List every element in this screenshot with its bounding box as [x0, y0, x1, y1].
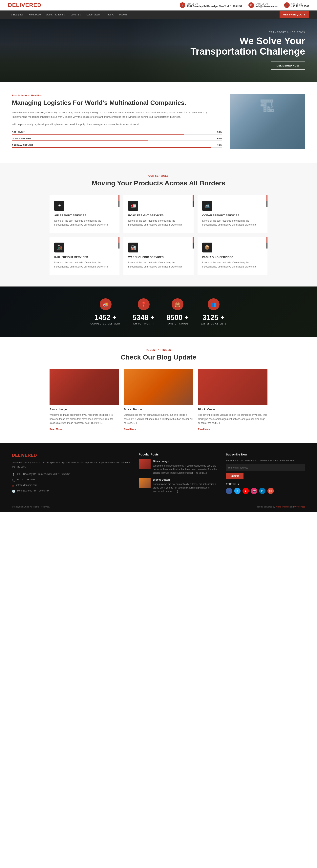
packaging-icon: 📦 [202, 243, 212, 252]
service-road-freight: 🚛 ROAD FREIGHT SERVICES Its one of the b… [123, 195, 193, 233]
popular-post-1-title: Block: Image [153, 459, 218, 463]
stat-deliveries: 🚚 1452 + COMPLETED DELIVERY [90, 298, 121, 325]
twitter-icon[interactable]: t [234, 488, 240, 494]
contact-phone-label: Call Us On [291, 3, 309, 5]
footer-contact-email: ✉ info@sitename.com [12, 484, 131, 487]
nav-page-a[interactable]: Page A [103, 10, 116, 19]
rail-freight-desc: Its one of the best methods of combining… [54, 260, 115, 269]
footer-subscribe-title: Subscribe Now [226, 453, 305, 456]
ocean-freight-name: OCEAN FREIGHT SERVICES [202, 214, 263, 217]
top-bar: DELIVERED 📍 Visit Us On 2307 Beverley Rd… [0, 0, 317, 10]
hero-title: We Solve Your Transportation Challenge [191, 36, 305, 57]
progress-railway-track [12, 147, 222, 148]
blog-post-2-read-more[interactable]: Read More [124, 428, 136, 431]
blog-section: RECENT ARTICLES Check Our Blog Update Bl… [0, 337, 317, 443]
about-image: 🏗 [230, 94, 305, 149]
footer-theme-link[interactable]: Alexa Themes [276, 505, 289, 508]
ocean-freight-icon: 🚢 [202, 201, 212, 211]
nav-lorem[interactable]: Lorem Ipsum [84, 10, 103, 19]
social-icons: f t ▶ 📷 in g+ [226, 488, 305, 494]
progress-bars: AIR FREIGHT 82% OCEAN FREIGHT 65% RAIL [12, 131, 222, 148]
blog-post-2-image [124, 369, 193, 405]
popular-post-2: Block: Button Button blocks are not sema… [139, 478, 218, 493]
location-icon: 📍 [180, 2, 185, 8]
nav-links: a Blog page Front Page About The Tests ↓… [8, 10, 130, 19]
progress-ocean-track [12, 141, 222, 141]
facebook-icon[interactable]: f [226, 488, 232, 494]
road-freight-desc: Its one of the best methods of combining… [128, 219, 189, 227]
youtube-icon[interactable]: ▶ [242, 488, 249, 494]
contact-location-label: Visit Us On [187, 3, 242, 5]
nav-blog[interactable]: a Blog page [8, 10, 26, 19]
about-desc-2: Will help you analyze, develop and imple… [12, 122, 222, 127]
hero-title-line2: Transportation Challenge [191, 46, 305, 57]
about-img-placeholder: 🏗 [230, 94, 305, 149]
nav-level[interactable]: Level: 1 ↓ [68, 10, 84, 19]
linkedin-icon[interactable]: in [259, 488, 265, 494]
nav-about[interactable]: About The Tests ↓ [44, 10, 68, 19]
contact-phone: 📞 Call Us On +00 12 123 4567 [284, 2, 309, 8]
site-logo[interactable]: DELIVERED [8, 2, 41, 8]
follow-label: Follow Us [226, 483, 305, 486]
about-section: Real Solutions, Real Fast! Managing Logi… [0, 82, 317, 163]
popular-post-2-title: Block: Button [153, 478, 218, 482]
services-title: Moving Your Products Across All Borders [8, 179, 309, 187]
stat-km-number: 5348 + [133, 313, 154, 322]
email-icon: ✉ [249, 2, 254, 8]
footer-contact-phone: 📞 +00 12 123 4567 [12, 478, 131, 482]
progress-air-label: AIR FREIGHT 82% [12, 131, 222, 133]
footer-address: 2307 Beverley Rd Brooklyn, New York 1122… [17, 473, 70, 475]
get-quote-button[interactable]: GET FREE QUOTE [280, 11, 309, 18]
hero-cta-button[interactable]: DELIVERED NOW [271, 62, 305, 70]
blog-post-1-image [50, 369, 119, 405]
rail-freight-icon: 🚂 [54, 243, 64, 252]
clients-icon: 👥 [208, 298, 220, 310]
popular-post-2-desc: Button blocks are not semantically butto… [153, 483, 218, 493]
subscribe-button[interactable]: Submit [226, 473, 243, 479]
top-contacts: 📍 Visit Us On 2307 Beverley Rd Brooklyn,… [180, 2, 309, 8]
googleplus-icon[interactable]: g+ [267, 488, 274, 494]
hero-title-line1: We Solve Your [239, 36, 305, 46]
progress-ocean-fill [12, 141, 148, 141]
stat-goods-number: 8500 + [167, 313, 189, 322]
blog-post-1-desc: Welcome to image alignment! If you recog… [50, 413, 119, 425]
subscribe-email-input[interactable] [226, 464, 305, 471]
blog-post-1-read-more[interactable]: Read More [50, 428, 62, 431]
hero-section: TRANSPORT & LOGISTICS We Solve Your Tran… [0, 19, 317, 82]
stat-goods-label: TONS OF GOODS [167, 322, 189, 325]
footer-location-icon: 📍 [12, 473, 15, 476]
footer-email-icon: ✉ [12, 484, 14, 487]
footer-cms-link[interactable]: WordPress [294, 505, 305, 508]
service-air-freight: ✈ AIR FREIGHT SERVICES Its one of the be… [50, 195, 119, 233]
blog-post-1: Block: Image Welcome to image alignment!… [50, 369, 119, 431]
blog-title: Check Our Blog Update [8, 353, 309, 361]
nav-front[interactable]: Front Page [26, 10, 44, 19]
delivery-icon: 🚚 [100, 298, 112, 310]
blog-tag: RECENT ARTICLES [8, 349, 309, 351]
stat-deliveries-label: COMPLETED DELIVERY [90, 322, 121, 325]
progress-air: AIR FREIGHT 82% [12, 131, 222, 134]
footer-phone-icon: 📞 [12, 478, 15, 482]
km-icon: 📍 [138, 298, 150, 310]
blog-post-2-title: Block: Button [124, 408, 193, 411]
blog-post-3-title: Block: Cover [198, 408, 267, 411]
instagram-icon[interactable]: 📷 [251, 488, 257, 494]
service-packaging: 📦 PACKAGING SERVICES Its one of the best… [198, 237, 267, 275]
popular-post-2-content: Block: Button Button blocks are not sema… [153, 478, 218, 493]
service-warehousing: 🏭 WAREHOUSING SERVICES Its one of the be… [123, 237, 193, 275]
footer-bottom: © Copyright 2023. All Rights Reserved. P… [12, 502, 305, 508]
stats-section: 🚚 1452 + COMPLETED DELIVERY 📍 5348 + KM … [0, 286, 317, 337]
footer-email: info@sitename.com [16, 484, 37, 487]
popular-post-1-content: Block: Image Welcome to image alignment!… [153, 459, 218, 475]
warehousing-name: WAREHOUSING SERVICES [128, 256, 189, 258]
nav-page-b[interactable]: Page B [116, 10, 129, 19]
footer-popular-posts: Popular Posts Block: Image Welcome to im… [139, 453, 218, 496]
main-nav: a Blog page Front Page About The Tests ↓… [0, 10, 317, 19]
air-freight-desc: Its one of the best methods of combining… [54, 219, 115, 227]
footer-popular-posts-title: Popular Posts [139, 453, 218, 456]
blog-post-3-read-more[interactable]: Read More [198, 428, 210, 431]
footer-phone: +00 12 123 4567 [17, 478, 35, 481]
about-title: Managing Logistics For World's Multinati… [12, 99, 222, 106]
services-section: OUR SERVICES Moving Your Products Across… [0, 163, 317, 287]
progress-railway-label: RAILWAY FREIGHT 95% [12, 144, 222, 147]
